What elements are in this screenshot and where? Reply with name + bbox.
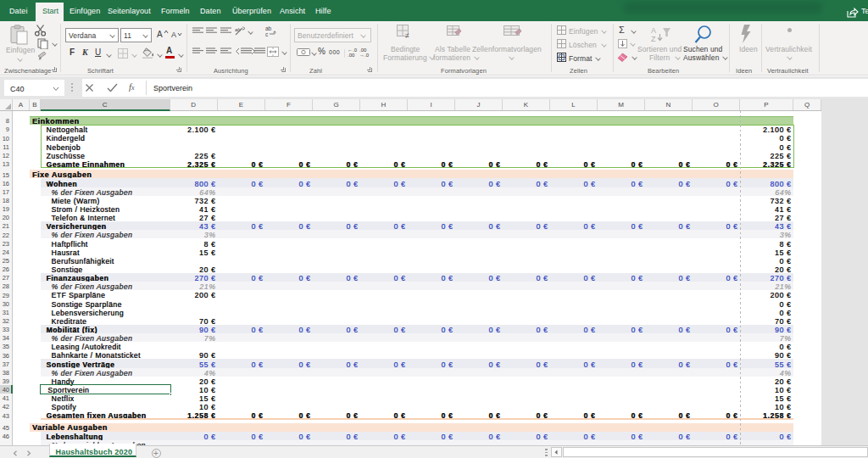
svg-text:A: A bbox=[651, 26, 656, 35]
svg-text:≠: ≠ bbox=[405, 31, 409, 40]
svg-text:ab: ab bbox=[235, 27, 241, 32]
svg-text:c: c bbox=[265, 31, 269, 37]
svg-text:Z: Z bbox=[651, 35, 656, 43]
